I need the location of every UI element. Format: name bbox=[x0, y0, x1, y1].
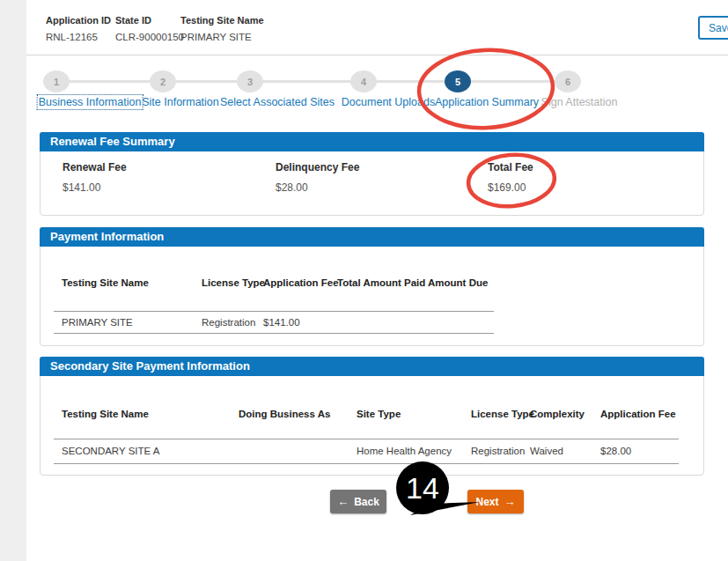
table-rule bbox=[54, 311, 494, 312]
renewal-fee-value: $141.00 bbox=[63, 181, 127, 194]
col-application-fee: Application Fee bbox=[263, 277, 339, 288]
step-number: 1 bbox=[54, 77, 59, 87]
cell-license-type: Registration bbox=[202, 317, 255, 328]
col-amount-due: Amount Due bbox=[428, 277, 488, 288]
step-circle-1[interactable]: 1 bbox=[43, 70, 70, 92]
total-fee-label: Total Fee bbox=[488, 161, 533, 173]
step-number: 6 bbox=[565, 77, 570, 87]
cell-site-type: Home Health Agency bbox=[357, 446, 452, 456]
col-complexity: Complexity bbox=[530, 409, 585, 419]
col-license-type: License Type bbox=[202, 277, 265, 288]
col-testing-site-name: Testing Site Name bbox=[62, 409, 149, 419]
next-arrow-icon: → bbox=[504, 495, 516, 508]
step-label-site-information[interactable]: Site Information bbox=[142, 96, 219, 108]
col-testing-site-name: Testing Site Name bbox=[62, 277, 149, 288]
testing-site-name-field: Testing Site Name PRIMARY SITE bbox=[180, 15, 264, 42]
cell-application-fee: $28.00 bbox=[600, 446, 631, 456]
step-circle-6: 6 bbox=[555, 70, 581, 92]
state-id-label: State ID bbox=[115, 15, 184, 26]
col-doing-business-as: Doing Business As bbox=[239, 409, 330, 419]
col-license-type: License Type bbox=[471, 409, 534, 419]
step-14-badge-number: 14 bbox=[406, 471, 439, 505]
step-label-document-uploads[interactable]: Document Uploads bbox=[342, 96, 435, 108]
renewal-fee-label: Renewal Fee bbox=[63, 161, 127, 173]
application-id-value: RNL-12165 bbox=[46, 32, 111, 42]
cell-testing-site-name: SECONDARY SITE A bbox=[62, 446, 159, 456]
header-divider bbox=[26, 55, 728, 55]
step-circle-3[interactable]: 3 bbox=[237, 70, 263, 92]
secondary-site-payment-card: Secondary Site Payment Information Testi… bbox=[40, 357, 704, 476]
step-number: 4 bbox=[361, 77, 366, 87]
col-total-amount-paid: Total Amount Paid bbox=[337, 277, 425, 288]
cell-complexity: Waived bbox=[530, 446, 563, 456]
testing-site-name-value: PRIMARY SITE bbox=[180, 32, 264, 42]
back-arrow-icon: ← bbox=[337, 495, 349, 508]
step-label-sign-attestation: Sign Attestation bbox=[541, 96, 618, 108]
step-label-select-associated-sites[interactable]: Select Associated Sites bbox=[220, 96, 335, 108]
payment-information-title: Payment Information bbox=[40, 227, 704, 247]
cell-license-type: Registration bbox=[471, 446, 525, 456]
delinquency-fee-value: $28.00 bbox=[276, 181, 359, 194]
step-circle-4[interactable]: 4 bbox=[350, 70, 377, 92]
application-id-label: Application ID bbox=[46, 15, 111, 26]
col-application-fee: Application Fee bbox=[600, 409, 676, 419]
renewal-fee-summary-title: Renewal Fee Summary bbox=[40, 132, 704, 151]
col-site-type: Site Type bbox=[357, 409, 401, 419]
table-rule bbox=[54, 463, 679, 464]
total-fee-value: $169.00 bbox=[488, 181, 533, 194]
state-id-value: CLR-90000150 bbox=[115, 32, 184, 42]
table-rule bbox=[54, 439, 679, 439]
step-number: 5 bbox=[455, 77, 460, 87]
testing-site-name-label: Testing Site Name bbox=[180, 15, 264, 26]
renewal-fee-item: Renewal Fee $141.00 bbox=[63, 161, 127, 194]
red-circle-annotation-step5 bbox=[417, 47, 555, 131]
cell-application-fee: $141.00 bbox=[263, 317, 300, 328]
payment-information-card: Payment Information Testing Site Name Li… bbox=[40, 227, 704, 346]
step-label-business-information[interactable]: Business Information bbox=[39, 96, 142, 108]
next-button-label: Next bbox=[475, 496, 498, 508]
step-number: 3 bbox=[247, 77, 253, 87]
stepper-connector-line bbox=[56, 80, 568, 83]
step-circle-2[interactable]: 2 bbox=[150, 70, 176, 92]
application-id-field: Application ID RNL-12165 bbox=[46, 15, 111, 42]
step-label-application-summary[interactable]: Application Summary bbox=[435, 96, 539, 108]
back-button-label: Back bbox=[354, 496, 379, 508]
page-left-gutter bbox=[0, 0, 26, 561]
step-circle-5-active[interactable]: 5 bbox=[445, 70, 471, 92]
cell-testing-site-name: PRIMARY SITE bbox=[62, 317, 133, 328]
save-button[interactable]: Save bbox=[698, 16, 728, 40]
renewal-fee-summary-card: Renewal Fee Summary Renewal Fee $141.00 … bbox=[40, 132, 704, 216]
delinquency-fee-label: Delinquency Fee bbox=[276, 161, 359, 173]
total-fee-item: Total Fee $169.00 bbox=[488, 161, 533, 194]
delinquency-fee-item: Delinquency Fee $28.00 bbox=[276, 161, 359, 194]
secondary-site-payment-title: Secondary Site Payment Information bbox=[40, 357, 704, 376]
back-button[interactable]: ← Back bbox=[330, 490, 386, 513]
step-number: 2 bbox=[160, 77, 165, 87]
table-rule bbox=[54, 333, 494, 334]
state-id-field: State ID CLR-90000150 bbox=[115, 15, 184, 42]
next-button[interactable]: Next → bbox=[467, 490, 524, 513]
